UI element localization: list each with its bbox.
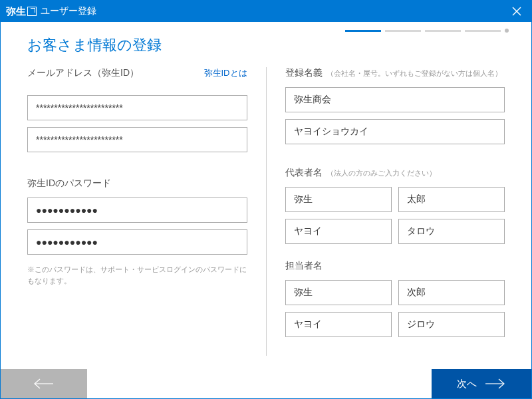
close-icon	[512, 7, 521, 16]
back-button[interactable]	[1, 369, 87, 398]
rep-firstname-kana-input[interactable]	[398, 219, 505, 244]
representative-label-text: 代表者名	[285, 167, 323, 179]
title-bar: 弥生 ユーザー登録	[1, 1, 531, 22]
company-kana-input[interactable]	[285, 119, 505, 144]
company-name-input[interactable]	[285, 87, 505, 112]
contact-lastname-kana-input[interactable]	[285, 312, 392, 337]
contact-firstname-input[interactable]	[398, 280, 505, 305]
yayoi-id-help-link[interactable]: 弥生IDとは	[204, 67, 247, 79]
progress-step-3	[425, 30, 461, 32]
rep-firstname-input[interactable]	[398, 187, 505, 212]
password-confirm-input[interactable]	[27, 229, 247, 255]
app-logo: 弥生	[6, 5, 37, 18]
close-button[interactable]	[507, 2, 526, 21]
company-label: 登録名義 （会社名・屋号。いずれもご登録がない方は個人名）	[285, 67, 505, 79]
column-divider	[266, 67, 267, 356]
company-section: 登録名義 （会社名・屋号。いずれもご登録がない方は個人名）	[285, 67, 505, 151]
left-column: メールアドレス（弥生ID） 弥生IDとは 弥生IDのパスワード ※このパスワード…	[27, 67, 247, 356]
email-label: メールアドレス（弥生ID）	[27, 67, 139, 79]
progress-step-2	[385, 30, 421, 32]
logo-text: 弥生	[6, 5, 26, 18]
rep-lastname-input[interactable]	[285, 187, 392, 212]
arrow-right-icon	[483, 378, 506, 390]
progress-indicator	[1, 22, 531, 33]
main-content: お客さま情報の登録 メールアドレス（弥生ID） 弥生IDとは 弥生IDのパスワー…	[1, 33, 531, 365]
representative-section: 代表者名 （法人の方のみご入力ください）	[285, 167, 505, 244]
password-input[interactable]	[27, 198, 247, 223]
contact-label: 担当者名	[285, 260, 505, 272]
arrow-left-icon	[33, 378, 55, 390]
rep-lastname-kana-input[interactable]	[285, 219, 392, 244]
company-hint: （会社名・屋号。いずれもご登録がない方は個人名）	[327, 68, 502, 78]
footer-bar: 次へ	[1, 369, 531, 398]
contact-firstname-kana-input[interactable]	[398, 312, 505, 337]
password-label: 弥生IDのパスワード	[27, 178, 247, 190]
page-title: お客さま情報の登録	[27, 35, 505, 55]
next-button[interactable]: 次へ	[432, 369, 531, 398]
window-title: ユーザー登録	[41, 5, 96, 17]
contact-section: 担当者名	[285, 260, 505, 337]
password-section: 弥生IDのパスワード ※このパスワードは、サポート・サービスログインのパスワード…	[27, 178, 247, 286]
email-section: メールアドレス（弥生ID） 弥生IDとは	[27, 67, 247, 159]
right-column: 登録名義 （会社名・屋号。いずれもご登録がない方は個人名） 代表者名 （法人の方…	[285, 67, 505, 356]
password-note: ※このパスワードは、サポート・サービスログインのパスワードにもなります。	[27, 264, 247, 286]
progress-step-1	[345, 30, 381, 32]
representative-label: 代表者名 （法人の方のみご入力ください）	[285, 167, 505, 179]
email-input[interactable]	[27, 95, 247, 120]
next-button-label: 次へ	[457, 378, 477, 390]
company-label-text: 登録名義	[285, 67, 323, 79]
email-confirm-input[interactable]	[27, 127, 247, 152]
progress-end-dot	[505, 29, 509, 33]
contact-lastname-input[interactable]	[285, 280, 392, 305]
representative-hint: （法人の方のみご入力ください）	[327, 168, 436, 178]
progress-step-4	[465, 30, 501, 32]
external-link-icon	[27, 7, 37, 16]
